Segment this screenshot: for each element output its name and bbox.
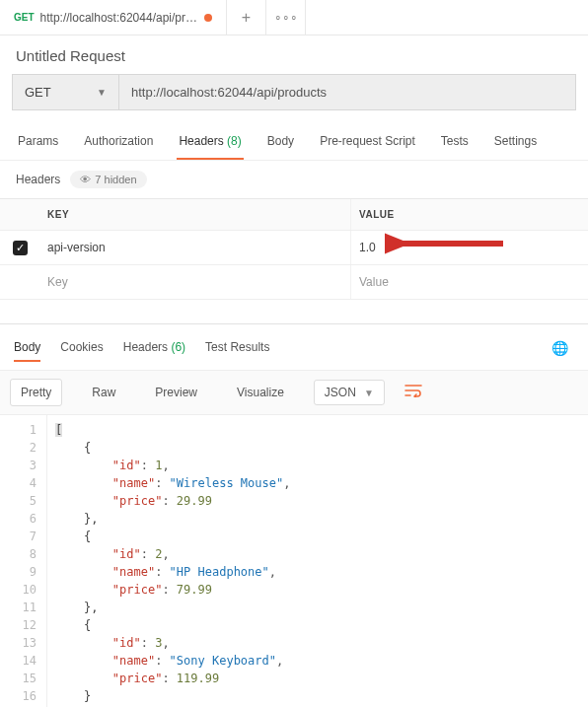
- header-key-input[interactable]: api-version: [39, 231, 351, 264]
- format-select[interactable]: JSON ▼: [314, 380, 385, 405]
- url-input[interactable]: http://localhost:62044/api/products: [118, 74, 576, 110]
- tab-headers-label: Headers: [179, 134, 223, 148]
- column-value: VALUE: [351, 199, 588, 230]
- view-pretty-button[interactable]: Pretty: [10, 379, 62, 406]
- chevron-down-icon: ▼: [364, 388, 374, 398]
- line-wrap-icon[interactable]: [404, 384, 422, 401]
- header-value-input[interactable]: 1.0: [351, 231, 588, 264]
- header-value-placeholder[interactable]: Value: [351, 265, 588, 299]
- view-preview-button[interactable]: Preview: [145, 380, 207, 405]
- column-key: KEY: [39, 199, 351, 230]
- tab-bar: GET http://localhost:62044/api/prod... +…: [0, 0, 588, 35]
- request-title[interactable]: Untitled Request: [0, 35, 588, 74]
- response-body: 1234567891011121314151617 [ { "id": 1, "…: [0, 415, 588, 707]
- hidden-headers-toggle[interactable]: 👁 7 hidden: [70, 171, 146, 188]
- format-value: JSON: [325, 386, 356, 399]
- plus-icon: +: [242, 9, 251, 27]
- http-method-value: GET: [25, 85, 51, 100]
- tab-request[interactable]: GET http://localhost:62044/api/prod...: [0, 0, 227, 35]
- tab-headers[interactable]: Headers (8): [177, 124, 243, 160]
- new-tab-button[interactable]: +: [227, 0, 266, 35]
- tab-tests[interactable]: Tests: [439, 124, 471, 160]
- header-key-placeholder[interactable]: Key: [39, 265, 351, 299]
- tab-actions-button[interactable]: ∘∘∘: [266, 0, 306, 35]
- table-row: ✓ api-version 1.0: [0, 231, 588, 265]
- check-icon: ✓: [16, 242, 25, 254]
- unsaved-indicator-icon: [204, 14, 212, 22]
- headers-table-header: KEY VALUE: [0, 199, 588, 231]
- response-tab-headers-count: (6): [171, 340, 185, 354]
- view-raw-button[interactable]: Raw: [82, 380, 125, 405]
- hidden-headers-count: 7 hidden: [95, 174, 136, 185]
- response-tabs: Body Cookies Headers (6) Test Results 🌐: [0, 324, 588, 362]
- headers-table: KEY VALUE ✓ api-version 1.0 Key Value: [0, 198, 588, 300]
- http-method-select[interactable]: GET ▼: [12, 74, 118, 110]
- tab-params[interactable]: Params: [16, 124, 60, 160]
- view-visualize-button[interactable]: Visualize: [227, 380, 294, 405]
- response-tab-headers-label: Headers: [123, 340, 168, 354]
- eye-icon: 👁: [80, 174, 91, 185]
- response-code[interactable]: [ { "id": 1, "name": "Wireless Mouse", "…: [47, 415, 298, 707]
- network-icon[interactable]: 🌐: [551, 340, 574, 356]
- chevron-down-icon: ▼: [97, 87, 107, 98]
- tab-label: http://localhost:62044/api/prod...: [40, 11, 198, 25]
- table-row-empty: Key Value: [0, 265, 588, 300]
- tab-settings[interactable]: Settings: [492, 124, 539, 160]
- response-tab-cookies[interactable]: Cookies: [60, 334, 103, 362]
- response-tab-test-results[interactable]: Test Results: [205, 334, 269, 362]
- headers-toolbar: Headers 👁 7 hidden: [0, 161, 588, 198]
- response-tab-headers[interactable]: Headers (6): [123, 334, 185, 362]
- response-tab-body[interactable]: Body: [14, 334, 40, 362]
- row-checkbox[interactable]: ✓: [13, 241, 28, 255]
- tab-pre-request-script[interactable]: Pre-request Script: [318, 124, 417, 160]
- headers-toolbar-label: Headers: [16, 173, 60, 186]
- tab-method-badge: GET: [14, 12, 35, 23]
- tab-headers-count: (8): [227, 134, 242, 148]
- url-bar: GET ▼ http://localhost:62044/api/product…: [12, 74, 576, 110]
- line-number-gutter: 1234567891011121314151617: [0, 415, 47, 707]
- response-toolbar: Pretty Raw Preview Visualize JSON ▼: [0, 370, 588, 415]
- request-tabs: Params Authorization Headers (8) Body Pr…: [0, 124, 588, 161]
- tab-authorization[interactable]: Authorization: [82, 124, 155, 160]
- tab-body[interactable]: Body: [265, 124, 296, 160]
- more-icon: ∘∘∘: [274, 11, 298, 25]
